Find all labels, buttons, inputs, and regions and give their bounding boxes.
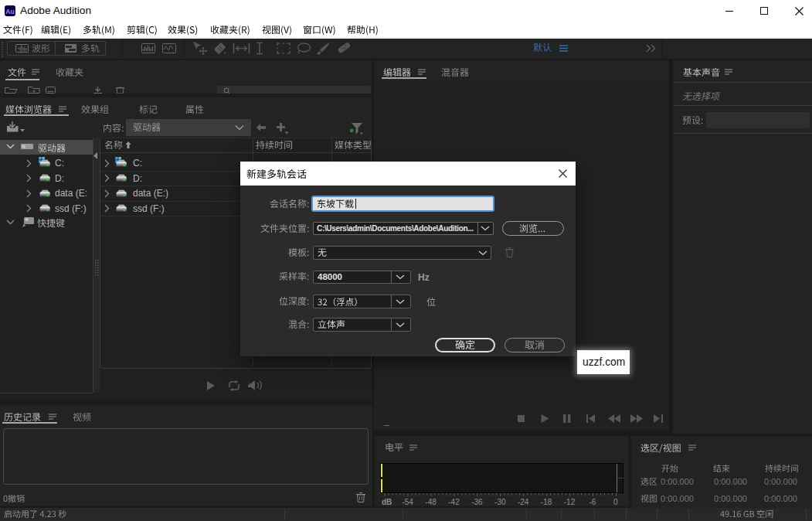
svg-text:Au: Au bbox=[5, 8, 14, 15]
